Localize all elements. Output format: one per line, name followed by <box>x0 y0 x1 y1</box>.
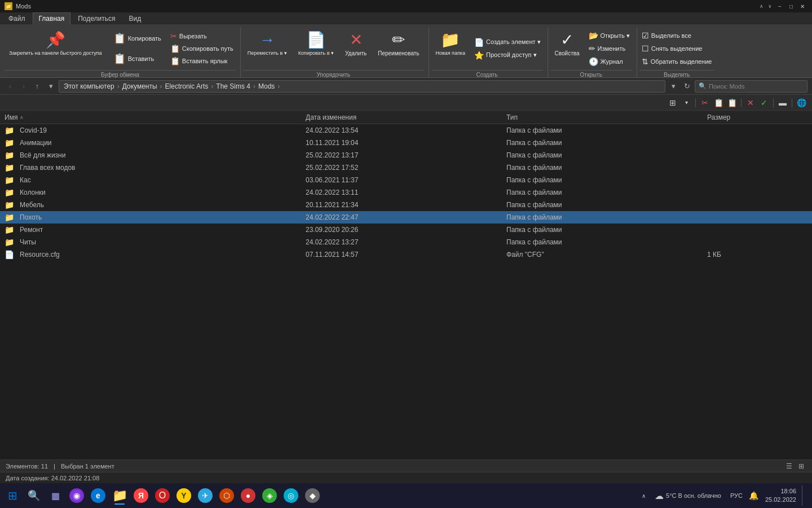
file-row[interactable]: 📁Похоть24.02.2022 22:47Папка с файлами <box>0 211 812 224</box>
col-name-header[interactable]: Имя ∧ <box>5 113 306 121</box>
yandex-button[interactable]: Я <box>131 485 151 506</box>
app9-button[interactable]: ◎ <box>281 485 301 506</box>
open-button[interactable]: 📂 Открыть ▾ <box>586 30 632 41</box>
back-button[interactable]: ‹ <box>5 81 16 92</box>
tab-view[interactable]: Вид <box>122 12 147 24</box>
task-view-button[interactable]: ▦ <box>45 485 65 506</box>
col-size-header[interactable]: Размер <box>707 113 807 121</box>
view-list-button[interactable]: ☰ <box>784 461 794 471</box>
file-row[interactable]: 📁Мебель20.11.2021 21:34Папка с файлами <box>0 199 812 211</box>
telegram-button[interactable]: ✈ <box>195 485 215 506</box>
opera-button[interactable]: O <box>152 485 173 506</box>
yandex2-button[interactable]: Y <box>174 485 194 506</box>
file-row[interactable]: 📁Ремонт23.09.2020 20:26Папка с файлами <box>0 224 812 236</box>
copy-button[interactable]: 📋 Копировать <box>109 29 166 47</box>
confirm-toolbar-button[interactable]: ✓ <box>758 97 770 109</box>
file-row[interactable]: 📁Анимации10.11.2021 19:04Папка с файлами <box>0 137 812 149</box>
cut-button[interactable]: ✂ Вырезать <box>168 30 236 42</box>
tab-file[interactable]: Файл <box>2 12 32 24</box>
cut-toolbar-button[interactable]: ✂ <box>699 97 711 109</box>
col-date-header[interactable]: Дата изменения <box>306 113 506 121</box>
file-row[interactable]: 📁Covid-1924.02.2022 13:54Папка с файлами <box>0 124 812 137</box>
easy-access-button[interactable]: ⭐ Простой доступ ▾ <box>472 50 543 61</box>
copy-toolbar-button[interactable]: 📋 <box>712 97 725 109</box>
forward-button[interactable]: › <box>18 81 29 92</box>
paste-shortcut-button[interactable]: 📋 Вставить ярлык <box>168 55 236 67</box>
tab-share[interactable]: Поделиться <box>72 12 121 24</box>
refresh-dropdown-button[interactable]: ▾ <box>668 81 679 92</box>
path-sims[interactable]: The Sims 4 <box>215 82 251 91</box>
paste-toolbar-button[interactable]: 📋 <box>726 97 738 109</box>
select-all-button[interactable]: ☑ Выделить все <box>639 30 714 41</box>
notification-bell[interactable]: 🔔 <box>748 485 760 506</box>
quick-access-down[interactable]: ∨ <box>766 3 774 9</box>
quick-access-up[interactable]: ∧ <box>758 3 765 9</box>
search-box[interactable]: 🔍 Поиск: Mods <box>695 80 807 93</box>
close-button[interactable]: ✕ <box>797 1 807 11</box>
file-row[interactable]: 📁Кас03.06.2021 11:37Папка с файлами <box>0 174 812 186</box>
file-row[interactable]: 📁Читы24.02.2022 13:27Папка с файлами <box>0 236 812 248</box>
view-tiles-btn[interactable]: ⊞ <box>796 461 806 471</box>
minimize-button[interactable]: − <box>775 1 785 11</box>
file-row[interactable]: 📄Resource.cfg07.11.2021 14:57Файл "CFG"1… <box>0 248 812 261</box>
weather-item[interactable]: ☁ 5°C В осн. облачно <box>651 489 725 502</box>
paste-button[interactable]: 📋 Вставить <box>109 50 166 68</box>
file-row[interactable]: 📁Всё для жизни25.02.2022 13:17Папка с фа… <box>0 149 812 161</box>
file-row[interactable]: 📁Глава всех модов25.02.2022 17:52Папка с… <box>0 161 812 174</box>
dropdown-button[interactable]: ▾ <box>45 81 56 92</box>
file-name: 📁Похоть <box>5 213 306 222</box>
file-name: 📁Ремонт <box>5 225 306 234</box>
file-name: 📁Covid-19 <box>5 126 306 135</box>
col-type-header[interactable]: Тип <box>506 113 707 121</box>
tab-home[interactable]: Главная <box>33 12 71 24</box>
pin-button[interactable]: 📌 Закрепить на панели быстрого доступа <box>5 29 107 68</box>
properties-button[interactable]: ✓ Свойства <box>550 29 584 68</box>
language-item[interactable]: РУС <box>727 491 746 500</box>
system-tray-area[interactable]: ∧ <box>638 492 649 500</box>
maximize-button[interactable]: □ <box>786 1 796 11</box>
rename-button[interactable]: ✏ Переименовать <box>373 29 423 68</box>
delete-button[interactable]: ✕ Удалить <box>341 29 371 68</box>
move-button[interactable]: → Переместить в ▾ <box>243 29 292 68</box>
history-button[interactable]: 🕐 Журнал <box>586 56 632 67</box>
show-desktop-button[interactable] <box>802 485 805 506</box>
view-tiles-button[interactable]: ⊞ <box>667 97 679 109</box>
search-button[interactable]: 🔍 <box>24 485 44 506</box>
address-path[interactable]: Этот компьютер › Документы › Electronic … <box>59 80 665 93</box>
deselect-all-button[interactable]: ☐ Снять выделение <box>639 43 714 54</box>
file-type: Папка с файлами <box>506 151 707 159</box>
file-type: Папка с файлами <box>506 213 707 221</box>
invert-selection-button[interactable]: ⇅ Обратить выделение <box>639 56 714 67</box>
start-button[interactable]: ⊞ <box>2 485 23 506</box>
new-item-button[interactable]: 📄 Создать элемент ▾ <box>472 37 543 48</box>
path-mods[interactable]: Mods <box>257 82 276 91</box>
app6-button[interactable]: ⬡ <box>217 485 237 506</box>
path-computer[interactable]: Этот компьютер <box>63 82 116 91</box>
file-type: Папка с файлами <box>506 176 707 184</box>
file-name: 📁Кас <box>5 176 306 185</box>
file-row[interactable]: 📁Колонки24.02.2022 13:11Папка с файлами <box>0 186 812 199</box>
globe-button[interactable]: 🌐 <box>795 97 807 109</box>
edge-button[interactable]: e <box>88 485 108 506</box>
view-dropdown-button[interactable]: ▾ <box>680 97 692 109</box>
file-date: 10.11.2021 19:04 <box>306 139 506 147</box>
path-ea[interactable]: Electronic Arts <box>164 82 210 91</box>
properties-toolbar-button[interactable]: ▬ <box>776 97 789 109</box>
up-button[interactable]: ↑ <box>32 81 43 92</box>
clock[interactable]: 18:06 25.02.2022 <box>762 486 800 506</box>
info-bar: Дата создания: 24.02.2022 21:08 <box>0 472 812 483</box>
app7-button[interactable]: ● <box>238 485 258 506</box>
explorer-button[interactable]: 📁 <box>109 485 130 506</box>
file-name: 📁Мебель <box>5 200 306 209</box>
copy-path-button[interactable]: 📋 Скопировать путь <box>168 43 236 54</box>
new-folder-button[interactable]: 📁 Новая папка <box>431 29 470 68</box>
delete-toolbar-button[interactable]: ✕ <box>744 97 757 109</box>
app10-button[interactable]: ◆ <box>302 485 323 506</box>
language-text: РУС <box>730 492 743 499</box>
edit-button[interactable]: ✏ Изменить <box>586 43 632 54</box>
path-documents[interactable]: Документы <box>121 82 158 91</box>
copy-to-button[interactable]: 📄 Копировать в ▾ <box>294 29 338 68</box>
refresh-button[interactable]: ↻ <box>681 81 692 92</box>
app8-button[interactable]: ◈ <box>259 485 280 506</box>
cortana-button[interactable]: ◉ <box>67 485 87 506</box>
